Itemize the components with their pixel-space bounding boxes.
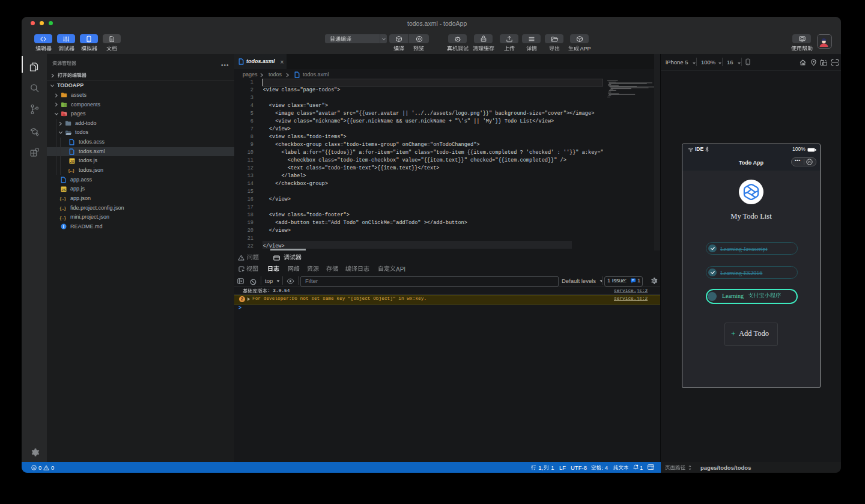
svg-text:{..}: {..} [59, 196, 66, 201]
svg-text:{..}: {..} [59, 215, 66, 220]
svg-text:JS: JS [70, 159, 74, 163]
svg-text:{..}: {..} [59, 205, 66, 211]
svg-text:{..}: {..} [68, 168, 74, 173]
svg-text:JS: JS [61, 187, 65, 191]
